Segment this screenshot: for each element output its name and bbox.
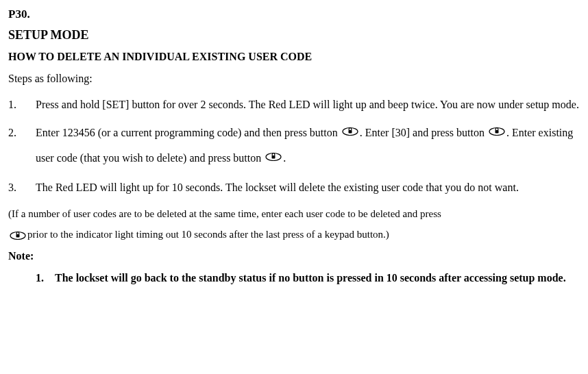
step-item: 3. The Red LED will light up for 10 seco…: [8, 175, 580, 199]
step-item: 1. Press and hold [SET] button for over …: [8, 92, 580, 116]
page-number: P30.: [8, 5, 580, 23]
step-text: Press and hold [SET] button for over 2 s…: [36, 92, 580, 116]
batch-note-part: (If a number of user codes are to be del…: [8, 208, 441, 219]
steps-intro: Steps as following:: [8, 71, 580, 87]
step-number: 2.: [8, 121, 36, 171]
step-text: The Red LED will light up for 10 seconds…: [36, 175, 580, 199]
step-text-part: . Enter [30] and press button: [360, 127, 487, 138]
step-text-part: Enter 123456 (or a current programming c…: [36, 127, 341, 138]
lock-button-icon: [489, 120, 505, 144]
svg-rect-1: [348, 130, 352, 134]
svg-rect-3: [495, 130, 498, 134]
step-text: Enter 123456 (or a current programming c…: [36, 121, 580, 171]
step-number: 3.: [8, 175, 36, 199]
lock-button-icon: [342, 120, 358, 144]
note-text: The lockset will go back to the standby …: [55, 266, 580, 290]
svg-rect-5: [272, 155, 275, 159]
step-text-part: .: [283, 152, 286, 164]
note-label: Note:: [8, 248, 580, 264]
lock-button-icon: [10, 226, 26, 247]
batch-delete-note: (If a number of user codes are to be del…: [8, 203, 580, 246]
lock-button-icon: [265, 145, 282, 169]
note-number: 1.: [36, 266, 55, 290]
note-item: 1. The lockset will go back to the stand…: [8, 266, 580, 290]
batch-note-part: prior to the indicator light timing out …: [27, 229, 389, 240]
page-title: SETUP MODE: [8, 26, 580, 45]
svg-rect-7: [16, 234, 20, 238]
step-item: 2. Enter 123456 (or a current programmin…: [8, 121, 580, 171]
step-number: 1.: [8, 92, 36, 116]
section-subtitle: HOW TO DELETE AN INDIVIDUAL EXISTING USE…: [8, 49, 580, 65]
